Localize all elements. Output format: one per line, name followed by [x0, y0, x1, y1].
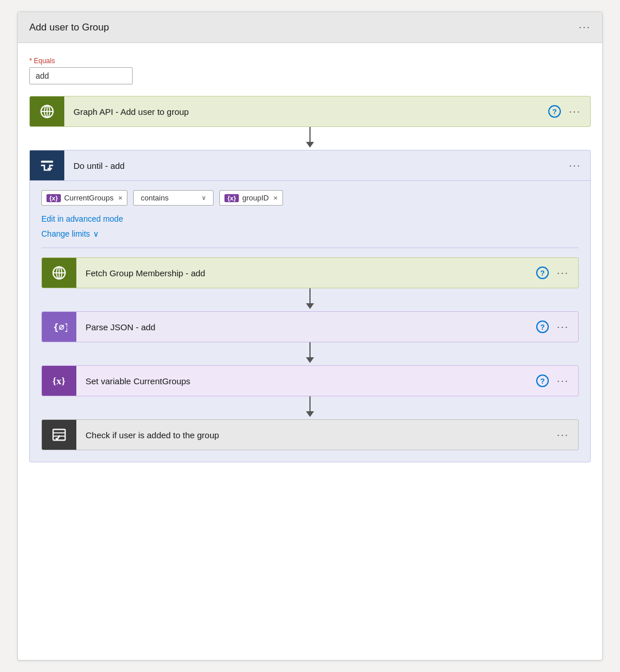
- parse-json-label: Parse JSON - add: [76, 314, 536, 340]
- arrow-4: [41, 396, 579, 419]
- current-groups-close[interactable]: ×: [118, 194, 123, 202]
- set-variable-menu-button[interactable]: ···: [557, 375, 569, 387]
- change-limits-button[interactable]: Change limits ∨: [41, 229, 579, 238]
- block-fetch-group: Fetch Group Membership - add ? ···: [41, 257, 579, 288]
- card-header: Add user to Group ···: [18, 12, 602, 43]
- set-variable-label: Set variable CurrentGroups: [76, 368, 536, 394]
- graph-api-menu-button[interactable]: ···: [569, 106, 581, 118]
- group-id-chip[interactable]: {x} groupID ×: [219, 190, 283, 206]
- parse-json-actions: ? ···: [536, 320, 578, 333]
- svg-text:{∅}: {∅}: [53, 322, 68, 333]
- group-id-label: groupID: [242, 194, 269, 202]
- change-limits-chevron-icon: ∨: [93, 229, 99, 238]
- main-card: Add user to Group ··· * Equals Graph API…: [17, 11, 603, 661]
- do-until-actions: ···: [569, 160, 590, 172]
- do-until-label: Do until - add: [64, 153, 569, 179]
- parse-json-help-button[interactable]: ?: [536, 320, 549, 333]
- set-variable-icon: {x}: [51, 373, 67, 389]
- header-menu-button[interactable]: ···: [579, 21, 591, 33]
- condition-row: {x} CurrentGroups × contains ∨ {x} group…: [41, 190, 579, 206]
- equals-input[interactable]: [29, 67, 133, 84]
- set-variable-help-button[interactable]: ?: [536, 374, 549, 387]
- do-until-block: Do until - add ··· {x} CurrentGroups ×: [29, 150, 591, 462]
- set-variable-icon-bg: {x}: [42, 366, 76, 396]
- svg-rect-11: [53, 430, 65, 441]
- fetch-icon-bg: [42, 258, 76, 288]
- card-body: * Equals Graph API - Add user to group ?…: [18, 43, 602, 476]
- do-until-body: {x} CurrentGroups × contains ∨ {x} group…: [30, 181, 590, 462]
- change-limits-label: Change limits: [41, 229, 90, 238]
- group-id-badge: {x}: [224, 194, 239, 202]
- current-groups-label: CurrentGroups: [64, 194, 114, 202]
- current-groups-badge: {x}: [46, 194, 61, 202]
- equals-label: * Equals: [29, 57, 591, 65]
- graph-api-icon-bg: [30, 96, 64, 126]
- fetch-globe-icon: [51, 265, 67, 281]
- edit-advanced-mode-link[interactable]: Edit in advanced mode: [41, 214, 123, 223]
- arrow-2: [41, 288, 579, 311]
- do-until-icon: [39, 157, 55, 173]
- parse-json-menu-button[interactable]: ···: [557, 321, 569, 333]
- chevron-down-icon: ∨: [202, 194, 206, 202]
- fetch-help-button[interactable]: ?: [536, 267, 549, 279]
- globe-icon: [39, 103, 55, 119]
- current-groups-chip[interactable]: {x} CurrentGroups ×: [41, 190, 127, 206]
- set-variable-actions: ? ···: [536, 374, 578, 387]
- block-check-user: Check if user is added to the group ···: [41, 419, 579, 450]
- do-until-header: Do until - add ···: [30, 150, 590, 181]
- check-table-icon: [51, 427, 67, 443]
- fetch-menu-button[interactable]: ···: [557, 267, 569, 279]
- svg-text:{x}: {x}: [52, 375, 65, 387]
- fetch-label: Fetch Group Membership - add: [76, 260, 536, 286]
- equals-field-group: * Equals: [29, 57, 591, 84]
- do-until-menu-button[interactable]: ···: [569, 160, 581, 172]
- arrow-3: [41, 342, 579, 365]
- block-graph-api: Graph API - Add user to group ? ···: [29, 96, 591, 127]
- check-actions: ···: [557, 429, 578, 441]
- check-label: Check if user is added to the group: [76, 422, 557, 448]
- check-icon-bg: [42, 420, 76, 450]
- fetch-actions: ? ···: [536, 267, 578, 279]
- graph-api-actions: ? ···: [548, 105, 590, 118]
- card-title: Add user to Group: [29, 22, 109, 33]
- arrow-1: [29, 127, 591, 150]
- operator-label: contains: [141, 194, 168, 202]
- do-until-icon-bg: [30, 150, 64, 180]
- block-parse-json: {∅} Parse JSON - add ? ···: [41, 311, 579, 342]
- graph-api-label: Graph API - Add user to group: [64, 99, 548, 125]
- operator-select[interactable]: contains ∨: [133, 190, 214, 206]
- svg-rect-4: [41, 161, 53, 163]
- parse-json-icon: {∅}: [51, 319, 67, 335]
- group-id-close[interactable]: ×: [273, 194, 278, 202]
- separator: [41, 248, 579, 248]
- graph-api-help-button[interactable]: ?: [548, 105, 561, 118]
- parse-json-icon-bg: {∅}: [42, 312, 76, 342]
- check-menu-button[interactable]: ···: [557, 429, 569, 441]
- block-set-variable: {x} Set variable CurrentGroups ? ···: [41, 365, 579, 396]
